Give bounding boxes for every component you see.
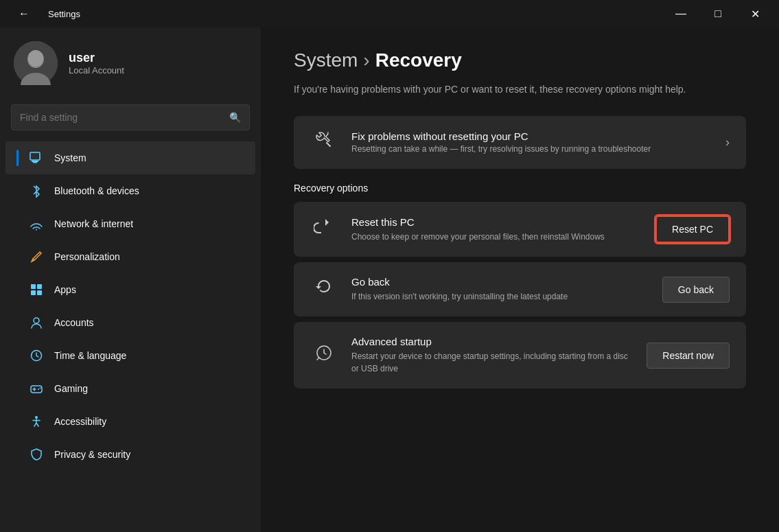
accounts-icon: [28, 314, 45, 331]
inactive-indicator: [16, 216, 19, 232]
active-indicator: [16, 150, 19, 166]
gaming-icon: [28, 380, 45, 397]
svg-rect-5: [32, 161, 38, 162]
svg-point-12: [34, 318, 39, 323]
svg-rect-8: [31, 284, 36, 289]
accessibility-icon: [28, 413, 45, 430]
svg-rect-11: [37, 290, 42, 295]
inactive-indicator: [16, 314, 19, 331]
advanced-icon: [310, 343, 338, 368]
search-container: 🔍: [0, 99, 261, 141]
fix-card-title: Fix problems without resetting your PC: [351, 130, 712, 142]
svg-rect-4: [30, 152, 40, 160]
recovery-options-label: Recovery options: [294, 183, 746, 194]
search-icon: 🔍: [229, 112, 241, 123]
goback-title: Go back: [351, 276, 649, 288]
main-content: Quantrimang System › Recovery If you're …: [261, 27, 779, 532]
svg-rect-10: [31, 290, 36, 295]
sidebar-item-accessibility-label: Accessibility: [54, 416, 106, 427]
sidebar-item-bluetooth-label: Bluetooth & devices: [54, 185, 139, 196]
fix-card-arrow: ›: [725, 135, 730, 150]
svg-point-15: [38, 389, 39, 390]
advanced-desc: Restart your device to change startup se…: [351, 350, 633, 375]
sidebar: user Local Account 🔍 System: [0, 27, 261, 532]
sidebar-item-network[interactable]: Network & internet: [5, 207, 255, 240]
user-info: user Local Account: [69, 51, 124, 76]
reset-pc-card: Reset this PC Choose to keep or remove y…: [294, 202, 746, 257]
reset-desc: Choose to keep or remove your personal f…: [351, 231, 642, 243]
breadcrumb: System › Recovery: [294, 49, 746, 71]
goback-desc: If this version isn't working, try unins…: [351, 290, 649, 303]
search-input[interactable]: [20, 112, 224, 123]
inactive-indicator: [16, 281, 19, 298]
minimize-button[interactable]: —: [665, 3, 697, 25]
fix-problems-card[interactable]: Fix problems without resetting your PC R…: [294, 116, 746, 169]
svg-point-3: [28, 50, 43, 67]
personalization-icon: [28, 248, 45, 265]
window-controls: — □ ✕: [665, 3, 771, 25]
sidebar-item-network-label: Network & internet: [54, 218, 133, 229]
page-description: If you're having problems with your PC o…: [294, 82, 746, 97]
sidebar-item-accessibility[interactable]: Accessibility: [5, 405, 255, 438]
titlebar: ← Settings — □ ✕: [0, 0, 779, 27]
bluetooth-icon: [28, 183, 45, 199]
apps-icon: [28, 281, 45, 298]
reset-title: Reset this PC: [351, 216, 642, 228]
search-box[interactable]: 🔍: [11, 104, 250, 130]
sidebar-item-system[interactable]: System: [5, 141, 255, 174]
advanced-title: Advanced startup: [351, 336, 633, 347]
sidebar-item-gaming-label: Gaming: [54, 383, 88, 394]
user-role: Local Account: [69, 65, 124, 76]
breadcrumb-parent: System: [294, 49, 358, 71]
sidebar-nav: System Bluetooth & devices Network & int…: [0, 141, 261, 471]
fix-icon: [310, 130, 338, 155]
sidebar-item-accounts[interactable]: Accounts: [5, 306, 255, 339]
advanced-startup-card: Advanced startup Restart your device to …: [294, 322, 746, 389]
back-button[interactable]: ←: [8, 3, 40, 25]
svg-point-16: [40, 388, 41, 389]
reset-text: Reset this PC Choose to keep or remove y…: [351, 216, 642, 243]
reset-pc-button[interactable]: Reset PC: [655, 216, 730, 243]
sidebar-item-personalization-label: Personalization: [54, 251, 120, 262]
sidebar-item-system-label: System: [54, 152, 86, 163]
go-back-button[interactable]: Go back: [662, 277, 730, 303]
breadcrumb-current: Recovery: [375, 49, 462, 71]
avatar: [14, 41, 58, 85]
time-icon: [28, 347, 45, 364]
close-button[interactable]: ✕: [739, 3, 771, 25]
inactive-indicator: [16, 413, 19, 430]
sidebar-item-time[interactable]: Time & language: [5, 339, 255, 372]
sidebar-item-personalization[interactable]: Personalization: [5, 240, 255, 273]
sidebar-item-time-label: Time & language: [54, 350, 126, 361]
system-icon: [28, 150, 45, 166]
sidebar-item-privacy[interactable]: Privacy & security: [5, 438, 255, 471]
user-name: user: [69, 51, 124, 65]
network-icon: [28, 216, 45, 232]
goback-icon: [310, 277, 338, 302]
user-profile[interactable]: user Local Account: [0, 27, 261, 99]
advanced-text: Advanced startup Restart your device to …: [351, 336, 633, 375]
go-back-card: Go back If this version isn't working, t…: [294, 262, 746, 316]
reset-icon: [310, 217, 338, 242]
privacy-icon: [28, 446, 45, 463]
sidebar-item-bluetooth[interactable]: Bluetooth & devices: [5, 174, 255, 207]
restart-now-button[interactable]: Restart now: [647, 343, 730, 369]
inactive-indicator: [16, 380, 19, 397]
svg-point-17: [35, 416, 38, 419]
svg-rect-9: [37, 284, 42, 289]
goback-text: Go back If this version isn't working, t…: [351, 276, 649, 303]
inactive-indicator: [16, 183, 19, 199]
sidebar-item-apps-label: Apps: [54, 284, 76, 295]
sidebar-item-apps[interactable]: Apps: [5, 273, 255, 306]
maximize-button[interactable]: □: [702, 3, 734, 25]
app-container: user Local Account 🔍 System: [0, 27, 779, 532]
back-icon: ←: [19, 8, 30, 20]
inactive-indicator: [16, 446, 19, 463]
breadcrumb-separator: ›: [363, 49, 369, 71]
fix-card-text: Fix problems without resetting your PC R…: [351, 130, 712, 155]
inactive-indicator: [16, 347, 19, 364]
fix-card-desc: Resetting can take a while — first, try …: [351, 143, 712, 155]
sidebar-item-accounts-label: Accounts: [54, 317, 94, 328]
svg-point-7: [36, 229, 37, 231]
sidebar-item-gaming[interactable]: Gaming: [5, 372, 255, 405]
